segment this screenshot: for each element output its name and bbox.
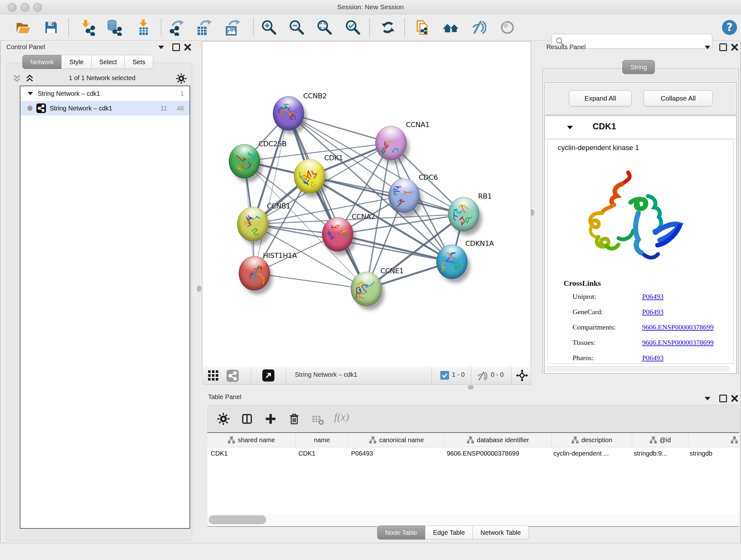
tab-network[interactable]: Network [22, 55, 62, 69]
collection-count: 1 [180, 90, 190, 98]
export-table-icon[interactable] [196, 19, 212, 36]
table-cell: 9606.ENSP00000378699 [444, 447, 550, 461]
crosslink-value-link[interactable]: P06493 [642, 354, 664, 362]
crosslink-row: Compartments:9606.ENSP00000378699 [548, 323, 733, 338]
network-list-toolbar: 1 of 1 Network selected [10, 73, 188, 84]
network-node-rb1[interactable] [448, 197, 479, 232]
network-node-cdc25b[interactable] [229, 144, 260, 179]
collection-expand-icon[interactable] [27, 91, 33, 96]
tab-sets[interactable]: Sets [125, 55, 153, 69]
control-panel-float-icon[interactable] [158, 45, 165, 50]
zoom-in-icon[interactable] [260, 19, 277, 36]
results-scrollbar-track[interactable] [547, 366, 729, 371]
tree-hierarchy-icon [571, 436, 579, 444]
network-node-ccne1[interactable] [351, 272, 382, 306]
structure-thumbnail-icon [298, 166, 321, 188]
table-scrollbar-track[interactable] [207, 514, 739, 525]
network-node-ccna1[interactable] [375, 126, 407, 160]
zoom-selected-icon[interactable] [344, 19, 361, 36]
tab-edge-table[interactable]: Edge Table [425, 525, 473, 540]
refresh-icon[interactable] [380, 19, 396, 36]
tab-node-table[interactable]: Node Table [377, 525, 425, 540]
show-glass-icon[interactable] [499, 19, 516, 36]
network-node-cdc6[interactable] [388, 179, 420, 213]
export-network-icon[interactable] [168, 19, 185, 36]
tab-string[interactable]: String [622, 60, 655, 74]
column-header-canonical-name[interactable]: canonical name [348, 433, 445, 447]
results-panel-float-icon[interactable] [704, 45, 711, 50]
crosslink-value-link[interactable]: 9606.ENSP00000378699 [642, 338, 714, 347]
network-options-gear-icon[interactable] [176, 73, 187, 84]
zoom-out-icon[interactable] [288, 19, 305, 36]
column-header-namespace[interactable]: namespace [688, 433, 739, 447]
delete-column-icon[interactable] [287, 412, 301, 426]
string-network-icon [37, 104, 46, 113]
table-scrollbar-thumb[interactable] [209, 515, 266, 524]
table-cell: stringdb:9... [630, 447, 686, 461]
network-node-cdk1[interactable] [294, 159, 325, 193]
crosslink-row: Tissues:9606.ENSP00000378699 [548, 338, 733, 354]
tab-style[interactable]: Style [61, 55, 91, 69]
import-network-icon[interactable] [79, 19, 95, 36]
hidden-eye-slash-icon [476, 370, 488, 382]
tab-select[interactable]: Select [91, 55, 125, 69]
network-node-ccnb1[interactable] [237, 207, 268, 241]
view-toolbar-separator [251, 367, 251, 384]
string-view-icon[interactable] [226, 370, 239, 382]
collapse-all-button[interactable]: Collapse All [644, 90, 713, 106]
expand-all-icon[interactable] [25, 74, 35, 83]
import-network-from-database-icon[interactable] [106, 19, 122, 36]
network-node-ccnb2[interactable] [273, 96, 304, 131]
open-session-icon[interactable] [15, 19, 31, 36]
tab-network-table[interactable]: Network Table [473, 525, 529, 540]
open-in-window-icon[interactable] [262, 369, 274, 381]
node-label-cdkn1a: CDKN1A [465, 240, 494, 247]
import-table-icon[interactable] [135, 19, 151, 36]
bottom-splitter-handle[interactable] [468, 385, 474, 389]
function-builder-icon: f(x) [334, 411, 349, 423]
column-header--id[interactable]: @id [632, 433, 688, 447]
network-node-ccna2[interactable] [322, 217, 353, 252]
column-header-name[interactable]: name [295, 433, 348, 447]
table-gear-icon[interactable] [217, 412, 230, 426]
view-toolbar-separator [431, 367, 432, 384]
network-node-cdkn1a[interactable] [436, 245, 468, 279]
crosslink-value-link[interactable]: P06493 [642, 293, 664, 301]
results-panel-maximize-icon[interactable] [719, 44, 727, 51]
control-panel-maximize-icon[interactable] [172, 44, 180, 51]
table-panel-close-icon[interactable] [731, 395, 738, 402]
zoom-fit-icon[interactable] [316, 19, 333, 36]
control-panel-close-icon[interactable] [184, 44, 192, 51]
hide-glass-icon[interactable] [471, 19, 487, 36]
help-icon[interactable]: ? [721, 19, 738, 36]
add-column-icon[interactable] [264, 412, 277, 426]
column-header-database-identifier[interactable]: database identifier [445, 433, 551, 447]
export-image-icon[interactable] [224, 19, 241, 36]
network-canvas[interactable]: CCNB2CCNA1CDC25BCDK1CDC6RB1CCNB1CCNA2CDK… [202, 41, 531, 367]
results-panel-close-icon[interactable] [731, 44, 738, 51]
home-string-icon[interactable] [443, 19, 459, 36]
table-cell: P06493 [348, 447, 444, 461]
clone-network-icon[interactable] [414, 19, 431, 36]
save-session-icon[interactable] [43, 19, 59, 36]
expand-all-button[interactable]: Expand All [569, 90, 631, 106]
left-splitter-handle[interactable] [197, 286, 201, 292]
collapse-all-icon[interactable] [12, 74, 22, 83]
column-header-description[interactable]: description [551, 433, 632, 447]
network-collection-row[interactable]: String Network – cdk1 1 [20, 86, 190, 101]
select-columns-icon[interactable] [240, 412, 254, 426]
gene-collapse-icon[interactable] [566, 125, 574, 130]
grid-view-icon[interactable] [208, 370, 219, 381]
table-row[interactable]: CDK1CDK1P064939606.ENSP00000378699cyclin… [207, 447, 739, 461]
crosslink-value-link[interactable]: P06493 [642, 308, 664, 316]
selected-checkbox-icon[interactable] [441, 371, 449, 380]
column-header-shared-name[interactable]: shared name [207, 433, 295, 447]
pan-crosshair-icon[interactable] [516, 369, 529, 382]
table-panel-maximize-icon[interactable] [719, 395, 727, 402]
network-row[interactable]: String Network – cdk1 11 48 [20, 101, 190, 116]
table-toolbar: f(x) [207, 405, 740, 433]
crosslink-value-link[interactable]: 9606.ENSP00000378699 [642, 323, 714, 331]
table-panel-float-icon[interactable] [704, 396, 711, 401]
gene-entry-header[interactable]: CDK1 [545, 116, 736, 138]
network-node-hist1h1a[interactable] [239, 256, 270, 291]
